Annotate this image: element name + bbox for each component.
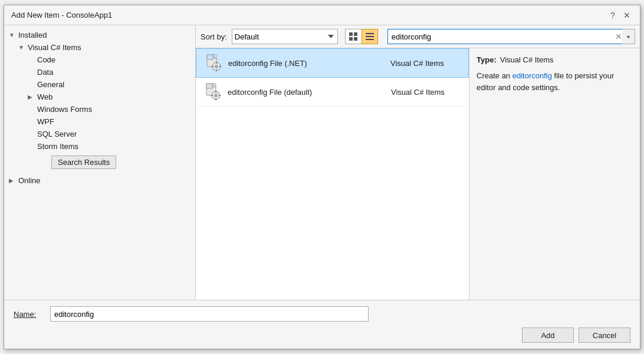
installed-label: Installed — [18, 31, 190, 39]
toolbar: Sort by: Default Name Type — [196, 25, 640, 48]
sidebar-item-data[interactable]: Data — [4, 66, 195, 78]
item-name-2: editorconfig File (default) — [228, 88, 385, 97]
sidebar-item-visual-csharp[interactable]: ▼ Visual C# Items — [4, 41, 195, 54]
sidebar-item-web[interactable]: ▶ Web — [4, 91, 195, 103]
info-panel: Type: Visual C# Items Create an editorco… — [469, 48, 640, 300]
svg-rect-23 — [211, 95, 213, 96]
windows-forms-label: Windows Forms — [37, 105, 190, 114]
name-row: Name: — [14, 306, 630, 322]
search-results-button[interactable]: Search Results — [51, 156, 116, 169]
grid-view-button[interactable] — [345, 29, 362, 44]
sidebar-item-sql-server[interactable]: SQL Server — [4, 128, 195, 140]
sidebar-item-general[interactable]: General — [4, 78, 195, 91]
info-type-row: Type: Visual C# Items — [477, 55, 633, 64]
svg-rect-15 — [219, 66, 221, 67]
close-button[interactable]: ✕ — [621, 9, 633, 21]
sidebar-item-windows-forms[interactable]: Windows Forms — [4, 103, 195, 115]
search-box-area: ✕ ▾ — [387, 29, 635, 44]
installed-arrow: ▼ — [9, 32, 16, 38]
sort-label: Sort by: — [201, 32, 227, 41]
editorconfig-net-icon — [203, 54, 222, 72]
sidebar-item-wpf[interactable]: WPF — [4, 115, 195, 128]
type-value: Visual C# Items — [500, 55, 554, 64]
storm-items-label: Storm Items — [37, 142, 190, 151]
sort-select[interactable]: Default Name Type — [232, 29, 338, 44]
type-label: Type: — [477, 55, 497, 64]
cancel-button[interactable]: Cancel — [579, 327, 630, 343]
svg-rect-2 — [349, 37, 353, 41]
info-description: Create an editorconfig file to persist y… — [477, 70, 633, 93]
add-button[interactable]: Add — [522, 327, 574, 343]
svg-rect-13 — [216, 70, 217, 71]
svg-rect-5 — [366, 36, 374, 37]
data-label: Data — [37, 68, 190, 77]
item-row[interactable]: editorconfig File (.NET) Visual C# Items — [196, 48, 469, 78]
search-clear-button[interactable]: ✕ — [615, 32, 622, 41]
item-name-1: editorconfig File (.NET) — [228, 59, 385, 68]
list-view-button[interactable] — [362, 29, 378, 44]
svg-rect-4 — [366, 33, 374, 34]
online-label: Online — [18, 176, 190, 185]
svg-rect-3 — [354, 37, 357, 41]
list-icon — [366, 32, 374, 41]
name-label: Name: — [14, 310, 43, 319]
editorconfig-default-icon — [203, 82, 222, 101]
content-area: editorconfig File (.NET) Visual C# Items — [196, 48, 640, 300]
general-label: General — [37, 80, 190, 89]
dialog-body: ▼ Installed ▼ Visual C# Items Code Data … — [4, 25, 640, 300]
svg-rect-6 — [366, 39, 374, 40]
visual-csharp-arrow: ▼ — [18, 44, 25, 51]
dialog-title: Add New Item - ConsoleApp1 — [11, 11, 112, 19]
name-input[interactable] — [50, 306, 369, 322]
svg-rect-1 — [354, 32, 357, 36]
svg-point-11 — [215, 65, 218, 68]
items-list: editorconfig File (.NET) Visual C# Items — [196, 48, 469, 300]
sidebar-item-code[interactable]: Code — [4, 54, 195, 66]
action-row: Add Cancel — [14, 327, 630, 343]
search-input[interactable] — [387, 29, 635, 44]
svg-rect-0 — [349, 32, 353, 36]
svg-rect-12 — [216, 62, 217, 64]
help-button[interactable]: ? — [607, 9, 619, 21]
svg-rect-14 — [212, 66, 213, 67]
item-row[interactable]: editorconfig File (default) Visual C# It… — [196, 78, 469, 107]
visual-csharp-label: Visual C# Items — [28, 43, 190, 52]
title-buttons: ? ✕ — [607, 9, 633, 21]
grid-icon — [349, 32, 357, 41]
bottom-bar: Name: Add Cancel — [4, 300, 640, 349]
svg-point-20 — [214, 94, 218, 97]
svg-rect-21 — [215, 91, 216, 92]
editorconfig-link[interactable]: editorconfig — [512, 71, 552, 80]
svg-rect-22 — [215, 98, 216, 100]
web-label: Web — [37, 92, 190, 101]
dialog: Add New Item - ConsoleApp1 ? ✕ ▼ Install… — [4, 5, 640, 349]
web-arrow: ▶ — [28, 94, 35, 100]
sidebar: ▼ Installed ▼ Visual C# Items Code Data … — [4, 25, 196, 300]
view-toggle — [345, 29, 378, 44]
sidebar-item-installed[interactable]: ▼ Installed — [4, 29, 195, 41]
main-area: Sort by: Default Name Type — [196, 25, 640, 300]
sidebar-item-storm-items[interactable]: Storm Items — [4, 140, 195, 153]
title-bar: Add New Item - ConsoleApp1 ? ✕ — [4, 5, 640, 25]
code-label: Code — [37, 55, 190, 64]
item-category-1: Visual C# Items — [390, 59, 461, 68]
sql-server-label: SQL Server — [37, 130, 190, 138]
item-category-2: Visual C# Items — [391, 88, 462, 97]
svg-rect-17 — [206, 84, 212, 88]
svg-rect-24 — [219, 95, 221, 96]
svg-rect-8 — [207, 55, 213, 59]
search-dropdown-button[interactable]: ▾ — [622, 29, 635, 44]
wpf-label: WPF — [37, 117, 190, 126]
online-arrow: ▶ — [9, 177, 16, 184]
sidebar-item-online[interactable]: ▶ Online — [4, 174, 195, 187]
